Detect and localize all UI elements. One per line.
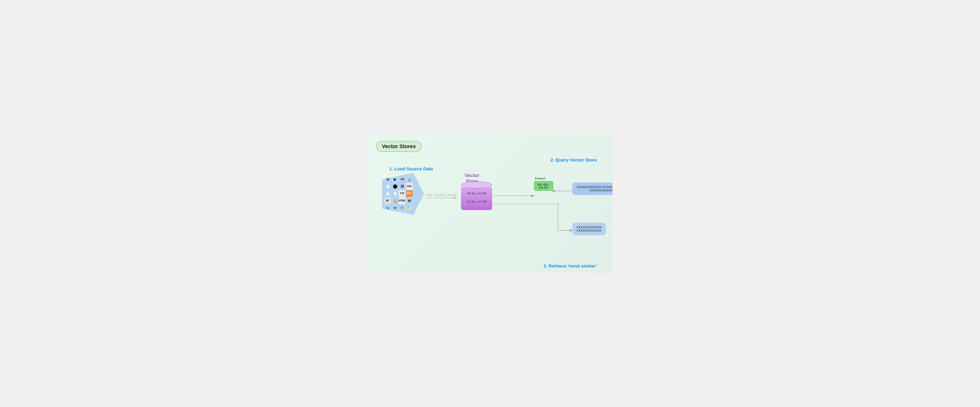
icon-empty5 [413,205,420,211]
result-box: XXXXXXXXXXXXX XXXXXXXXXXXXX [572,223,606,235]
icon-hash: ⊞ [385,176,391,183]
icon-empty3 [413,190,420,197]
result-line2: XXXXXXXXXXXXX [577,229,601,232]
query-box: XXXXXXXXXXXXX XXXXXXXXXXXXX XXXXXXXXXXXX… [572,183,612,195]
load-source-label: 1. Load Source Data [389,166,433,172]
arrow-line [425,198,456,198]
icon-twitter: 🐦 [385,205,391,211]
embed-box: 5.5, -0.3... 2.1, 0.1 [534,181,553,191]
icon-triangle: △ [406,176,413,183]
icon-mail: ✉ [392,205,398,211]
icon-wiki: W [406,197,413,204]
source-data-pentagon: ⊞ ▶ 🎮 △ 📄 ⬤ 🖼 CSV 📄 📄 TXT PPT M↓ 🔒 [382,173,424,215]
icon-empty4 [413,197,420,204]
icon-folder: 📁 [406,205,413,211]
icon-discord: 🎮 [399,176,406,183]
title-badge: Vector Stores [376,141,422,152]
embed-line1: 5.5, -0.3... [538,183,550,186]
vs-title-line1: Vector [465,173,479,178]
icon-empty1 [413,176,420,183]
icon-html: HTML [399,197,406,204]
icon-doc2: 📄 [385,190,391,197]
icon-txt: TXT [399,190,406,197]
query-line1: XXXXXXXXXXXXX XXXXXXXXXXXXX [577,186,612,189]
icon-doc3: 📄 [392,190,398,197]
cylinder: 0.5, 0.2....0.1, 0.9 · 2.1, 0.1....-1.7,… [461,181,492,210]
slide-container: Vector Stores 1. Load Source Data 2. Que… [368,134,612,273]
icon-empty2 [413,183,420,190]
icon-play: ▶ [392,176,398,183]
query-vector-label: 2. Query Vector Store [550,157,597,163]
cylinder-text-top: 0.5, 0.2....0.1, 0.9 [461,191,492,196]
icon-csv: CSV [406,183,413,190]
icon-lock: 🔒 [392,197,398,204]
retrieve-label: 3. Retrieve 'most similar' [544,264,597,269]
icon-shield: 🛡 [399,205,406,211]
result-line1: XXXXXXXXXXXXX [577,226,601,229]
cylinder-text-mid: · [461,196,492,200]
load-arrow-container: Load, Transform, Embed [425,193,457,198]
query-line2: XXXXXXXXXXXXX [577,189,612,192]
embed-label: Embed [535,176,553,180]
icon-md: M↓ [385,197,391,204]
icon-doc1: 📄 [385,183,391,190]
icon-github: ⬤ [392,183,398,190]
embed-line2: 2.1, 0.1 [538,186,550,189]
icon-ppt: PPT [406,190,413,197]
icon-image: 🖼 [399,183,406,190]
arrow-label: Load, Transform, Embed [425,193,457,197]
cylinder-text-bot: 2.1, 0.1....-1.7, 0.9 [461,200,492,204]
embed-section: Embed 5.5, -0.3... 2.1, 0.1 [534,176,553,191]
